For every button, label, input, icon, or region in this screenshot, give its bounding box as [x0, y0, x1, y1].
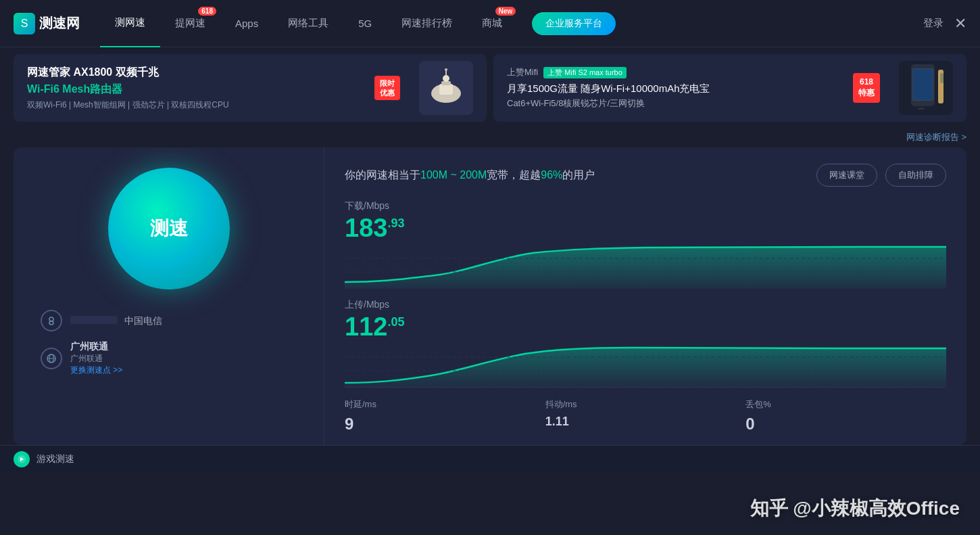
nav-item-cesusu[interactable]: 测网速	[100, 0, 160, 47]
speed-button[interactable]: 测速	[108, 168, 230, 289]
ad1-subtitle: 双频Wi-Fi6 | Mesh智能组网 | 强劲芯片 | 双核四线程CPU	[27, 99, 374, 111]
ads-section: 网速管家 AX1800 双频千兆 Wi-Fi6 Mesh路由器 双频Wi-Fi6…	[0, 47, 980, 129]
svg-point-3	[443, 75, 449, 82]
left-panel: 测速 中国电信	[14, 147, 324, 445]
svg-point-5	[445, 68, 447, 71]
bandwidth-range: 100M ~ 200M	[420, 169, 487, 181]
network-icon	[41, 348, 62, 369]
nav-item-network-tools[interactable]: 网络工具	[273, 0, 343, 47]
stat-latency: 时延/ms 9	[345, 398, 545, 434]
nav-items: 测网速 提网速 618 Apps 网络工具 5G 网速排行榜 商城 New 企业…	[100, 0, 923, 47]
ad2-badge: 618 特惠	[853, 73, 880, 102]
nav-item-speed-rank[interactable]: 网速排行榜	[387, 0, 467, 47]
ad1-title-highlight: Wi-Fi6 Mesh路由器	[27, 83, 374, 97]
game-speed-bar[interactable]: 游戏测速	[0, 445, 980, 472]
svg-rect-1	[439, 84, 453, 95]
isp-row-network: 广州联通 广州联通 更换测速点 >>	[41, 341, 297, 376]
speed-summary: 你的网速相当于100M ~ 200M宽带，超越96%的用户 网速课堂 自助排障	[345, 164, 946, 187]
logo-icon: S	[14, 13, 35, 34]
diag-link[interactable]: 网速诊断报告 >	[0, 129, 980, 147]
router-svg	[426, 68, 466, 108]
ad2-left: 上赞Mifi 上赞 Mifi S2 max turbo 月享1500G流量 随身…	[507, 66, 853, 110]
phone-svg	[908, 63, 945, 114]
game-speed-icon	[14, 451, 30, 467]
close-button[interactable]: ✕	[954, 15, 966, 32]
ad2-brand: 上赞Mifi	[507, 66, 538, 78]
nav-item-5g[interactable]: 5G	[343, 0, 387, 47]
download-value: 183.93	[345, 215, 946, 241]
isp-blur	[70, 316, 118, 324]
isp-info: 中国电信 广州联通 广州联通 更换测速点 >>	[27, 310, 310, 386]
self-trouble-button[interactable]: 自助排障	[885, 164, 946, 187]
nav-item-enterprise[interactable]: 企业服务平台	[517, 0, 631, 47]
download-chart-svg	[345, 245, 946, 289]
ad2-image	[899, 61, 953, 115]
navbar: S 测速网 测网速 提网速 618 Apps 网络工具 5G 网速排行榜 商城	[0, 0, 980, 47]
ad1-left: 网速管家 AX1800 双频千兆 Wi-Fi6 Mesh路由器 双频Wi-Fi6…	[27, 66, 374, 111]
nav-right: 登录 ✕	[923, 15, 966, 32]
ad2-title: 月享1500G流量 随身Wi-Fi+10000mAh充电宝	[507, 83, 853, 95]
download-chart	[345, 245, 946, 285]
upload-section: 上传/Mbps 112.05	[345, 299, 946, 384]
download-label: 下载/Mbps	[345, 200, 946, 212]
nav-badge-new: New	[495, 7, 516, 16]
watermark: 知乎 @小辣椒高效Office	[750, 496, 960, 521]
logo[interactable]: S 测速网	[14, 13, 80, 34]
svg-rect-9	[913, 69, 933, 100]
svg-rect-8	[918, 108, 925, 110]
charts-area: 下载/Mbps 183.93	[345, 200, 946, 384]
upload-chart	[345, 344, 946, 384]
ad2-subtitle: Cat6+Wi-Fi5/8核展锐芯片/三网切换	[507, 97, 853, 110]
isp-row-location: 中国电信	[41, 310, 297, 331]
speed-class-button[interactable]: 网速课堂	[816, 164, 877, 187]
upload-value: 112.05	[345, 314, 946, 340]
main-panel: 测速 中国电信	[14, 147, 966, 445]
location-icon	[41, 310, 62, 331]
nav-item-apps[interactable]: Apps	[220, 0, 273, 47]
nav-badge-618: 618	[198, 7, 216, 16]
ad1-image	[419, 61, 473, 115]
isp-location-text: 中国电信	[70, 315, 162, 327]
game-speed-label: 游戏测速	[36, 453, 74, 465]
login-button[interactable]: 登录	[923, 17, 944, 30]
percentile: 96%	[541, 169, 562, 181]
download-section: 下载/Mbps 183.93	[345, 200, 946, 285]
ad-card-2[interactable]: 上赞Mifi 上赞 Mifi S2 max turbo 月享1500G流量 随身…	[493, 54, 966, 122]
speed-summary-text: 你的网速相当于100M ~ 200M宽带，超越96%的用户	[345, 168, 595, 183]
ad1-badge: 限时 优惠	[374, 76, 400, 101]
upload-label: 上传/Mbps	[345, 299, 946, 311]
ad-card-1[interactable]: 网速管家 AX1800 双频千兆 Wi-Fi6 Mesh路由器 双频Wi-Fi6…	[14, 54, 487, 122]
stat-packet-loss: 丢包% 0	[745, 398, 946, 434]
svg-rect-11	[940, 73, 944, 83]
stats-row: 时延/ms 9 抖动/ms 1.11 丢包% 0	[345, 387, 946, 434]
upload-chart-svg	[345, 344, 946, 388]
stat-jitter: 抖动/ms 1.11	[545, 398, 746, 429]
change-server[interactable]: 更换测速点 >>	[70, 365, 122, 376]
svg-point-12	[49, 317, 53, 321]
right-panel: 你的网速相当于100M ~ 200M宽带，超越96%的用户 网速课堂 自助排障 …	[324, 147, 966, 445]
isp-network-text: 广州联通 广州联通 更换测速点 >>	[70, 341, 122, 376]
logo-text: 测速网	[39, 14, 80, 32]
ad2-product-badge: 上赞 Mifi S2 max turbo	[543, 67, 627, 78]
nav-item-tinetsusu[interactable]: 提网速 618	[160, 0, 220, 47]
nav-item-shop[interactable]: 商城 New	[467, 0, 517, 47]
action-btns: 网速课堂 自助排障	[816, 164, 946, 187]
enterprise-button[interactable]: 企业服务平台	[532, 12, 616, 35]
ad1-title: 网速管家 AX1800 双频千兆	[27, 66, 374, 80]
